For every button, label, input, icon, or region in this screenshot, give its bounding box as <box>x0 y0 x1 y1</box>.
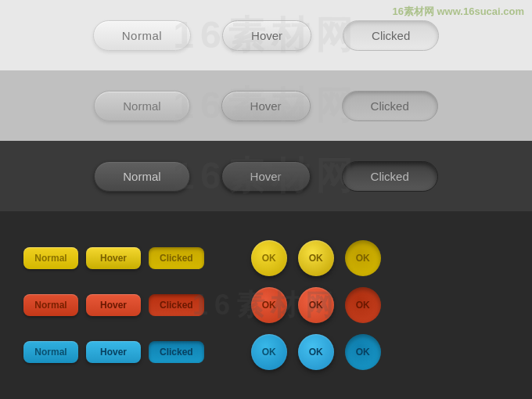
yellow-ok-hover-button[interactable]: OK <box>298 240 334 276</box>
light1-normal-button[interactable]: Normal <box>93 20 191 51</box>
yellow-round-group: OK OK OK <box>251 240 381 276</box>
light1-hover-button[interactable]: Hover <box>222 20 311 51</box>
dark-clicked-button[interactable]: Clicked <box>342 161 438 192</box>
orange-ok-hover-button[interactable]: OK <box>298 287 334 323</box>
blue-clicked-button[interactable]: Clicked <box>149 341 204 363</box>
orange-hover-button[interactable]: Hover <box>86 294 141 316</box>
orange-normal-button[interactable]: Normal <box>23 294 78 316</box>
blue-ok-normal-button[interactable]: OK <box>251 334 287 370</box>
section-dark2: 16素材网 Normal Hover Clicked OK OK OK Norm… <box>0 211 532 399</box>
orange-ok-normal-button[interactable]: OK <box>251 287 287 323</box>
light2-clicked-button[interactable]: Clicked <box>342 91 438 121</box>
light2-normal-button[interactable]: Normal <box>94 91 189 121</box>
light2-hover-button[interactable]: Hover <box>221 91 311 121</box>
yellow-hover-button[interactable]: Hover <box>86 247 141 269</box>
yellow-ok-normal-button[interactable]: OK <box>251 240 287 276</box>
yellow-row: Normal Hover Clicked OK OK OK <box>23 240 509 276</box>
blue-hover-button[interactable]: Hover <box>86 341 141 363</box>
blue-row: Normal Hover Clicked OK OK OK <box>23 334 509 370</box>
logo-watermark-1: 16素材网 www.16sucai.com <box>392 5 524 19</box>
orange-row: Normal Hover Clicked OK OK OK <box>23 287 509 323</box>
yellow-clicked-button[interactable]: Clicked <box>149 247 204 269</box>
orange-round-group: OK OK OK <box>251 287 381 323</box>
light1-clicked-button[interactable]: Clicked <box>343 20 439 51</box>
section-dark1: 16素材网 Normal Hover Clicked <box>0 141 532 211</box>
orange-ok-clicked-button[interactable]: OK <box>345 287 381 323</box>
blue-round-group: OK OK OK <box>251 334 381 370</box>
dark-hover-button[interactable]: Hover <box>221 161 311 192</box>
orange-clicked-button[interactable]: Clicked <box>149 294 204 316</box>
blue-normal-button[interactable]: Normal <box>23 341 78 363</box>
yellow-normal-button[interactable]: Normal <box>23 247 78 269</box>
section-light1: 16素材网 16素材网 www.16sucai.com Normal Hover… <box>0 0 532 70</box>
dark-normal-button[interactable]: Normal <box>94 161 189 192</box>
yellow-ok-clicked-button[interactable]: OK <box>345 240 381 276</box>
section-light2: 16素材网 Normal Hover Clicked <box>0 70 532 141</box>
blue-ok-clicked-button[interactable]: OK <box>345 334 381 370</box>
blue-ok-hover-button[interactable]: OK <box>298 334 334 370</box>
